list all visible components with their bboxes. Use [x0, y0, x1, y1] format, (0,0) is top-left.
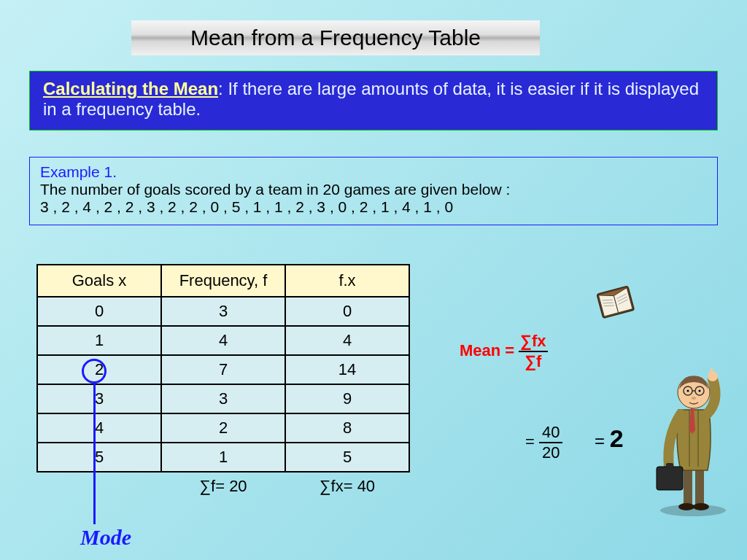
mean-denominator: ∑f: [525, 352, 541, 370]
svg-point-23: [692, 397, 696, 400]
mode-pointer-line: [93, 381, 96, 524]
example-data: 3 , 2 , 4 , 2 , 2 , 3 , 2 , 2 , 0 , 5 , …: [40, 198, 707, 216]
header-fx: f.x: [285, 265, 409, 297]
svg-rect-16: [711, 368, 713, 376]
header-frequency: Frequency, f: [161, 265, 285, 297]
intro-box: Calculating the Mean: If there are large…: [29, 71, 718, 131]
svg-rect-10: [695, 467, 704, 505]
result-value: 2: [610, 424, 624, 452]
calc-numerator: 40: [539, 423, 562, 443]
example-box: Example 1. The number of goals scored by…: [29, 157, 718, 225]
mode-circle-annotation: [82, 359, 107, 384]
equals-2: =: [595, 431, 605, 451]
table-header-row: Goals x Frequency, f f.x: [37, 265, 409, 297]
book-icon: [591, 281, 642, 324]
table-row: 030: [37, 297, 409, 326]
thinking-person-icon: [653, 357, 733, 518]
sum-f: ∑f= 20: [161, 472, 285, 499]
example-label: Example 1.: [40, 163, 707, 181]
sum-fx: ∑fx= 40: [285, 472, 409, 499]
equals-1: =: [525, 432, 535, 451]
example-description: The number of goals scored by a team in …: [40, 181, 707, 198]
mean-numerator: ∑fx: [519, 332, 547, 352]
svg-rect-9: [684, 467, 692, 505]
page-title: Mean from a Frequency Table: [131, 20, 540, 55]
mean-result: = 2: [595, 424, 624, 453]
mean-formula: Mean = ∑fx ∑f: [460, 332, 548, 371]
mean-calculation: = 40 20: [525, 423, 562, 462]
svg-point-21: [687, 390, 689, 392]
svg-rect-13: [657, 467, 683, 490]
calc-denominator: 20: [539, 443, 562, 462]
mode-label: Mode: [80, 525, 131, 550]
header-goals: Goals x: [37, 265, 161, 297]
intro-lead: Calculating the Mean: [43, 79, 218, 98]
table-row: 144: [37, 326, 409, 355]
mean-prefix: Mean =: [460, 341, 519, 359]
svg-point-11: [678, 503, 694, 510]
svg-point-12: [693, 503, 709, 510]
svg-rect-14: [666, 463, 673, 467]
svg-point-22: [699, 390, 701, 392]
